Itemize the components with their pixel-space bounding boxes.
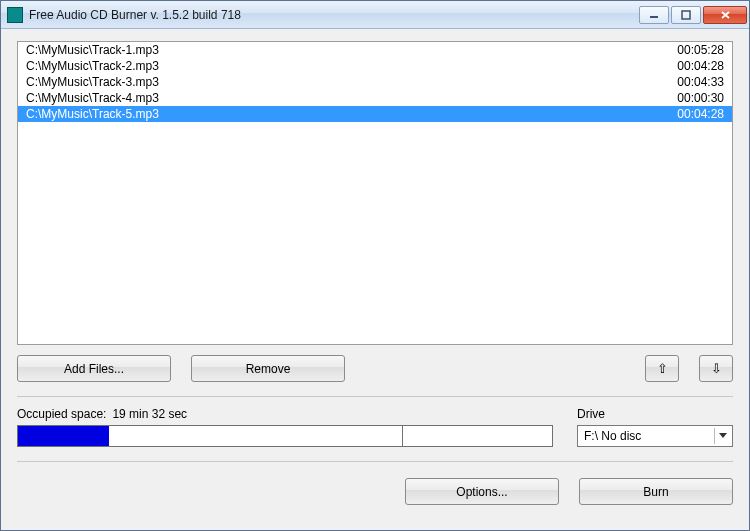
track-row[interactable]: C:\MyMusic\Track-1.mp300:05:28 [18, 42, 732, 58]
track-duration: 00:05:28 [677, 42, 724, 58]
remove-button[interactable]: Remove [191, 355, 345, 382]
track-path: C:\MyMusic\Track-4.mp3 [26, 90, 159, 106]
close-icon [720, 10, 731, 20]
track-row[interactable]: C:\MyMusic\Track-2.mp300:04:28 [18, 58, 732, 74]
arrow-up-icon: ⇧ [657, 362, 668, 375]
track-row[interactable]: C:\MyMusic\Track-5.mp300:04:28 [18, 106, 732, 122]
track-path: C:\MyMusic\Track-3.mp3 [26, 74, 159, 90]
action-row: Options... Burn [17, 478, 733, 505]
occupied-space-block: Occupied space: 19 min 32 sec [17, 407, 553, 447]
maximize-button[interactable] [671, 6, 701, 24]
list-controls-row: Add Files... Remove ⇧ ⇩ [17, 355, 733, 382]
move-down-button[interactable]: ⇩ [699, 355, 733, 382]
drive-selected-value: F:\ No disc [584, 429, 714, 443]
svg-rect-1 [682, 11, 690, 19]
arrow-down-icon: ⇩ [711, 362, 722, 375]
track-row[interactable]: C:\MyMusic\Track-3.mp300:04:33 [18, 74, 732, 90]
move-up-button[interactable]: ⇧ [645, 355, 679, 382]
drive-label: Drive [577, 407, 733, 421]
window-title: Free Audio CD Burner v. 1.5.2 build 718 [29, 8, 639, 22]
chevron-down-icon [719, 433, 727, 439]
separator [17, 396, 733, 397]
maximize-icon [681, 10, 691, 20]
track-row[interactable]: C:\MyMusic\Track-4.mp300:00:30 [18, 90, 732, 106]
progress-tick [402, 426, 403, 446]
drive-block: Drive F:\ No disc [577, 407, 733, 447]
options-button[interactable]: Options... [405, 478, 559, 505]
app-icon [7, 7, 23, 23]
drive-select[interactable]: F:\ No disc [577, 425, 733, 447]
status-row: Occupied space: 19 min 32 sec Drive F:\ … [17, 407, 733, 447]
track-duration: 00:00:30 [677, 90, 724, 106]
client-area: C:\MyMusic\Track-1.mp300:05:28C:\MyMusic… [1, 29, 749, 530]
track-duration: 00:04:28 [677, 106, 724, 122]
burn-button[interactable]: Burn [579, 478, 733, 505]
add-files-button[interactable]: Add Files... [17, 355, 171, 382]
window-controls [639, 6, 747, 24]
track-duration: 00:04:33 [677, 74, 724, 90]
occupied-label: Occupied space: [17, 407, 106, 421]
svg-rect-0 [650, 16, 658, 18]
track-list[interactable]: C:\MyMusic\Track-1.mp300:05:28C:\MyMusic… [17, 41, 733, 345]
track-path: C:\MyMusic\Track-2.mp3 [26, 58, 159, 74]
titlebar[interactable]: Free Audio CD Burner v. 1.5.2 build 718 [1, 1, 749, 29]
minimize-icon [649, 10, 659, 20]
track-path: C:\MyMusic\Track-1.mp3 [26, 42, 159, 58]
minimize-button[interactable] [639, 6, 669, 24]
separator-2 [17, 461, 733, 462]
dropdown-icon [714, 428, 730, 444]
close-button[interactable] [703, 6, 747, 24]
progress-fill [18, 426, 109, 446]
occupied-progress [17, 425, 553, 447]
occupied-value: 19 min 32 sec [112, 407, 187, 421]
track-path: C:\MyMusic\Track-5.mp3 [26, 106, 159, 122]
app-window: Free Audio CD Burner v. 1.5.2 build 718 … [0, 0, 750, 531]
track-duration: 00:04:28 [677, 58, 724, 74]
